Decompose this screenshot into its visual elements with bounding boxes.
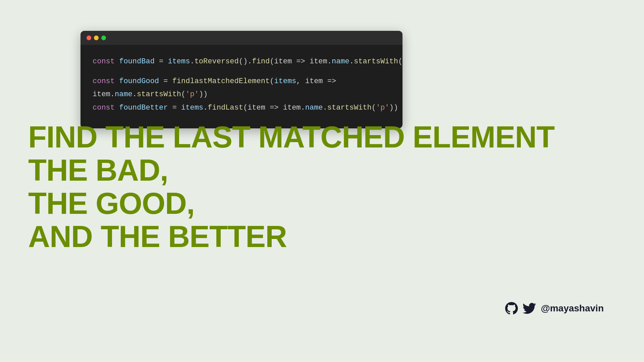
social-handle: @mayashavin (541, 303, 604, 314)
twitter-icon (523, 302, 536, 315)
heading-line1: FIND THE LAST MATCHED ELEMENT (28, 121, 554, 154)
code-body: const foundBad = items.toReversed().find… (80, 45, 402, 128)
social-section: @mayashavin (505, 302, 604, 315)
code-line-2b: item.name.startsWith('p')) (93, 88, 390, 100)
heading-line4: AND THE BETTER (28, 220, 554, 253)
code-spacer-1 (93, 69, 390, 75)
heading-line3: THE GOOD, (28, 187, 554, 220)
github-icon (505, 302, 518, 315)
code-line-2a: const foundGood = findlastMatchedElement… (93, 75, 390, 87)
dot-yellow (94, 36, 99, 40)
main-heading: FIND THE LAST MATCHED ELEMENT THE BAD, T… (28, 121, 554, 253)
heading-line2: THE BAD, (28, 154, 554, 187)
code-window: const foundBad = items.toReversed().find… (80, 31, 402, 128)
window-titlebar (80, 31, 402, 45)
code-line-3: const foundBetter = items.findLast(item … (93, 102, 390, 114)
dot-red (87, 36, 91, 40)
heading-section: FIND THE LAST MATCHED ELEMENT THE BAD, T… (28, 121, 554, 253)
code-line-1: const foundBad = items.toReversed().find… (93, 56, 390, 67)
dot-green (101, 36, 106, 40)
